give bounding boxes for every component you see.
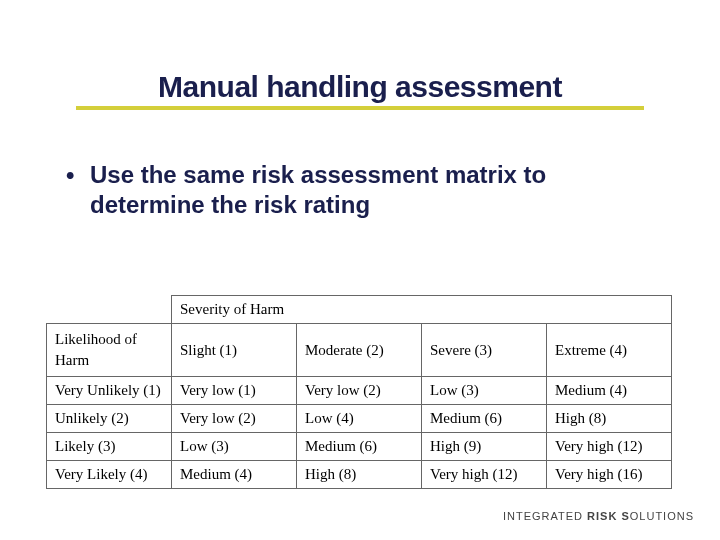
footer-word3-prefix: S — [621, 510, 629, 522]
cell: Medium (4) — [547, 377, 672, 405]
cell: Very high (12) — [422, 461, 547, 489]
cell: Very high (12) — [547, 433, 672, 461]
likelihood-header: Likelihood of Harm — [47, 324, 172, 377]
cell: High (9) — [422, 433, 547, 461]
row-label: Very Likely (4) — [47, 461, 172, 489]
table-row: Very Likely (4) Medium (4) High (8) Very… — [47, 461, 672, 489]
cell: Very low (2) — [172, 405, 297, 433]
row-label: Very Unlikely (1) — [47, 377, 172, 405]
cell: High (8) — [547, 405, 672, 433]
bullet-item: • Use the same risk assessment matrix to… — [60, 160, 640, 220]
footer-word2: RISK — [587, 510, 617, 522]
footer-word3-rest: OLUTIONS — [630, 510, 694, 522]
bullet-marker: • — [60, 160, 88, 190]
row-label: Likely (3) — [47, 433, 172, 461]
table-row: Unlikely (2) Very low (2) Low (4) Medium… — [47, 405, 672, 433]
cell: High (8) — [297, 461, 422, 489]
cell: Very low (1) — [172, 377, 297, 405]
cell: Medium (6) — [422, 405, 547, 433]
footer-word1: INTEGRATED — [503, 510, 583, 522]
severity-header: Severity of Harm — [172, 296, 672, 324]
cell: Low (4) — [297, 405, 422, 433]
cell: Medium (6) — [297, 433, 422, 461]
cell: Very low (2) — [297, 377, 422, 405]
empty-cell — [47, 296, 172, 324]
col-header: Severe (3) — [422, 324, 547, 377]
col-header: Moderate (2) — [297, 324, 422, 377]
cell: Very high (16) — [547, 461, 672, 489]
col-header: Extreme (4) — [547, 324, 672, 377]
cell: Medium (4) — [172, 461, 297, 489]
likelihood-line2: Harm — [55, 352, 89, 368]
slide-title: Manual handling assessment — [0, 70, 720, 104]
bullet-list: • Use the same risk assessment matrix to… — [60, 160, 640, 220]
likelihood-line1: Likelihood of — [55, 331, 137, 347]
table-row: Very Unlikely (1) Very low (1) Very low … — [47, 377, 672, 405]
risk-matrix-table: Severity of Harm Likelihood of Harm Slig… — [46, 295, 672, 489]
row-label: Unlikely (2) — [47, 405, 172, 433]
title-underline — [76, 106, 644, 110]
col-header: Slight (1) — [172, 324, 297, 377]
footer-logo: INTEGRATED RISK SOLUTIONS — [503, 510, 694, 522]
table-row: Likely (3) Low (3) Medium (6) High (9) V… — [47, 433, 672, 461]
cell: Low (3) — [422, 377, 547, 405]
bullet-text: Use the same risk assessment matrix to d… — [88, 160, 640, 220]
cell: Low (3) — [172, 433, 297, 461]
